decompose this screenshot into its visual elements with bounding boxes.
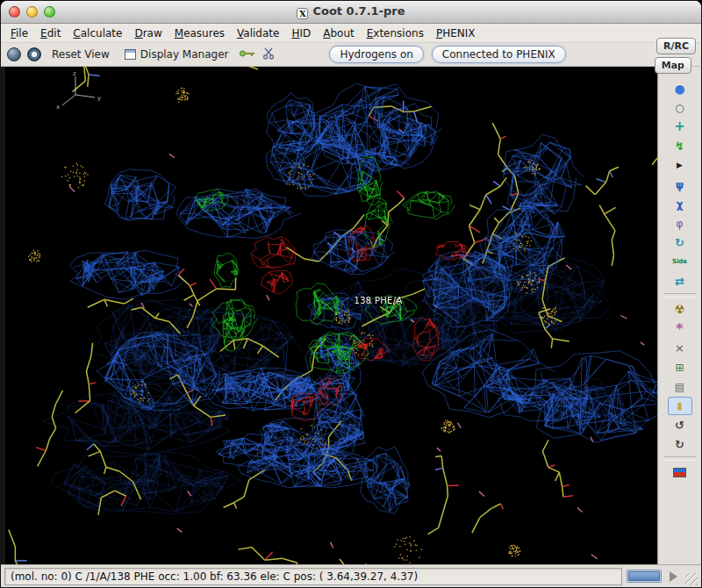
menu-hid[interactable]: HID <box>285 25 317 41</box>
coot-window: XCoot 0.7.1-pre FileEditCalculateDrawMea… <box>0 0 702 588</box>
refine-sphere-icon[interactable]: ● <box>668 79 692 97</box>
tool-glyph: ○ <box>675 103 684 113</box>
flag-icon[interactable] <box>668 463 692 482</box>
close-button[interactable] <box>9 6 20 18</box>
key-icon[interactable] <box>239 48 256 61</box>
menu-bar: FileEditCalculateDrawMeasuresValidateHID… <box>1 24 701 43</box>
rotamers-icon[interactable]: ψ <box>668 176 692 194</box>
main-toolbar: Reset View Display Manager Hydrogens on … <box>1 43 701 67</box>
tool-glyph: + <box>674 120 685 133</box>
status-scrollbar[interactable] <box>627 570 662 583</box>
tool-glyph: ⇄ <box>675 276 684 287</box>
menu-phenix[interactable]: PHENIX <box>430 25 482 41</box>
tool-glyph: ↯ <box>675 140 684 152</box>
x11-icon: X <box>297 8 308 19</box>
tool-glyph: ψ <box>676 180 684 190</box>
tool-glyph <box>673 468 686 477</box>
tool-glyph: χ <box>677 199 684 210</box>
right-toolbar: ● ○ + ↯ ▶ ψ χ φ ↻ Side <box>657 67 701 564</box>
map-button[interactable]: Map <box>655 57 691 74</box>
add-residue-icon[interactable]: ⊞ <box>668 358 692 376</box>
rrc-button[interactable]: R/RC <box>656 38 696 54</box>
tool-glyph: ▤ <box>675 382 684 392</box>
status-bar: (mol. no: 0) C /1/A/138 PHE occ: 1.00 bf… <box>1 564 701 587</box>
zigzag-arrow-icon[interactable]: ↯ <box>668 137 692 155</box>
auto-fit-rotamer-icon[interactable]: ▶ <box>668 156 692 175</box>
expand-triangle-icon[interactable] <box>670 571 677 582</box>
display-manager-button[interactable]: Display Manager <box>120 46 233 63</box>
axis-y-label: y <box>97 95 101 102</box>
menu-calculate[interactable]: Calculate <box>67 25 128 41</box>
separator <box>664 456 696 461</box>
tool-glyph: * <box>676 322 683 336</box>
menu-measures[interactable]: Measures <box>168 25 231 41</box>
window-controls <box>9 6 55 18</box>
window-title: XCoot 0.7.1-pre <box>1 4 701 19</box>
tool-glyph: ↻ <box>675 439 684 450</box>
zoom-button[interactable] <box>44 6 55 18</box>
menu-about[interactable]: About <box>317 25 361 41</box>
tool-glyph: ▶ <box>677 161 683 169</box>
scrollbar-thumb[interactable] <box>628 571 660 581</box>
axis-z-label: z <box>73 70 76 77</box>
menu-file[interactable]: File <box>4 25 34 41</box>
tool-glyph: ● <box>674 82 684 95</box>
axes-indicator: z y x <box>46 68 109 112</box>
undo-icon[interactable]: ↺ <box>668 416 692 434</box>
tool-glyph: ↻ <box>675 237 684 248</box>
menu-edit[interactable]: Edit <box>34 25 67 41</box>
separator <box>664 293 696 298</box>
edit-chi-angles-icon[interactable]: χ <box>668 195 692 213</box>
title-bar[interactable]: XCoot 0.7.1-pre <box>1 1 701 24</box>
tool-glyph: ☢ <box>675 304 685 315</box>
window-title-text: Coot 0.7.1-pre <box>312 4 405 18</box>
tool-glyph: φ <box>677 219 684 229</box>
radiation-icon[interactable]: ☢ <box>668 300 692 319</box>
tool-glyph: × <box>675 342 684 354</box>
scissors-icon[interactable] <box>262 47 275 62</box>
hydrogens-toggle-button[interactable]: Hydrogens on <box>329 46 423 63</box>
menu-extensions[interactable]: Extensions <box>361 25 430 41</box>
regularize-circle-icon[interactable]: ○ <box>668 98 692 117</box>
tool-glyph: ▮ <box>677 401 682 411</box>
target-icon[interactable] <box>27 47 41 61</box>
gl-viewport: z y x 138 PHE/A <box>5 67 657 564</box>
delete-icon[interactable]: × <box>668 339 692 357</box>
axis-x-label: x <box>56 104 60 111</box>
torsion-icon[interactable]: φ <box>668 214 692 233</box>
flip-peptide-icon[interactable]: ↻ <box>668 233 692 252</box>
reset-view-button[interactable]: Reset View <box>47 46 114 63</box>
globe-icon[interactable] <box>7 47 21 61</box>
main-area: z y x 138 PHE/A ● ○ + ↯ ▶ ψ χ <box>1 67 701 564</box>
gl-canvas[interactable] <box>5 67 657 564</box>
tool-glyph: ⊞ <box>675 362 684 373</box>
status-text: (mol. no: 0) C /1/A/138 PHE occ: 1.00 bf… <box>4 568 622 585</box>
residue-label: 138 PHE/A <box>355 296 403 305</box>
redo-icon[interactable]: ↻ <box>668 435 692 454</box>
menu-validate[interactable]: Validate <box>231 25 285 41</box>
cylinder-icon[interactable]: ▮ <box>668 397 692 415</box>
side-chain-180-icon[interactable]: Side <box>668 253 692 271</box>
printer-icon[interactable]: ▤ <box>668 377 692 396</box>
display-manager-icon <box>125 49 136 60</box>
tool-glyph: Side <box>672 259 687 265</box>
cis-trans-icon[interactable]: ⇄ <box>668 272 692 290</box>
minimize-button[interactable] <box>26 6 38 18</box>
resize-grip[interactable] <box>685 573 698 585</box>
menu-draw[interactable]: Draw <box>128 25 168 41</box>
rigid-body-move-icon[interactable]: + <box>668 118 692 136</box>
phenix-status-button[interactable]: Connected to PHENIX <box>432 46 566 63</box>
tool-glyph: ↺ <box>675 419 684 431</box>
asterisk-bonds-icon[interactable]: * <box>668 319 692 338</box>
display-manager-label: Display Manager <box>140 48 229 61</box>
